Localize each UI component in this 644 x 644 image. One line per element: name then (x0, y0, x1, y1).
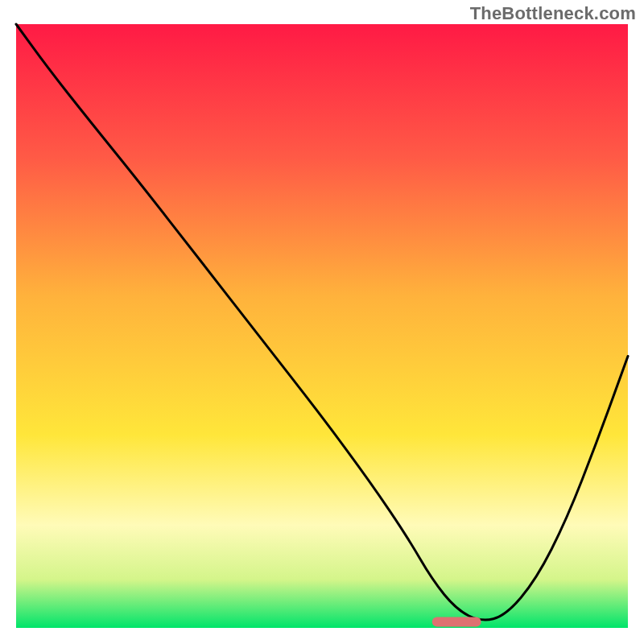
plot-area (16, 24, 628, 628)
bottleneck-plot (0, 0, 644, 644)
chart-stage: TheBottleneck.com (0, 0, 644, 644)
optimum-marker (432, 617, 481, 627)
